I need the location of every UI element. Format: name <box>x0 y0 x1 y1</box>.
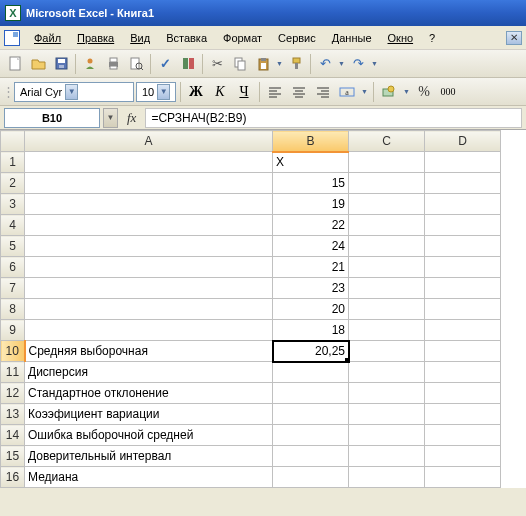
cell[interactable] <box>349 152 425 173</box>
row-header[interactable]: 14 <box>1 425 25 446</box>
cell[interactable]: Средняя выборочная <box>25 341 273 362</box>
underline-button[interactable]: Ч <box>233 81 255 103</box>
cell[interactable] <box>425 383 501 404</box>
percent-icon[interactable]: % <box>413 81 435 103</box>
row-header[interactable]: 4 <box>1 215 25 236</box>
cell[interactable]: Коээфициент вариации <box>25 404 273 425</box>
cell[interactable] <box>425 173 501 194</box>
currency-icon[interactable] <box>378 81 400 103</box>
row-header[interactable]: 9 <box>1 320 25 341</box>
cell[interactable] <box>425 467 501 488</box>
menu-window[interactable]: Окно <box>380 29 422 47</box>
font-name-combo[interactable]: Arial Cyr ▼ <box>14 82 134 102</box>
cell[interactable]: 18 <box>273 320 349 341</box>
open-icon[interactable] <box>27 53 49 75</box>
cell[interactable] <box>349 299 425 320</box>
cell[interactable] <box>25 194 273 215</box>
paste-dropdown[interactable]: ▼ <box>275 53 284 75</box>
cell[interactable]: Ошибка выборочной средней <box>25 425 273 446</box>
cell[interactable] <box>349 383 425 404</box>
cell[interactable] <box>425 152 501 173</box>
cell[interactable] <box>425 278 501 299</box>
cut-icon[interactable]: ✂ <box>206 53 228 75</box>
cell[interactable] <box>425 236 501 257</box>
cell[interactable] <box>349 194 425 215</box>
row-header[interactable]: 6 <box>1 257 25 278</box>
cell[interactable] <box>349 362 425 383</box>
menu-format[interactable]: Формат <box>215 29 270 47</box>
print-preview-icon[interactable] <box>125 53 147 75</box>
cell[interactable] <box>425 446 501 467</box>
cell[interactable] <box>425 341 501 362</box>
cell[interactable] <box>25 299 273 320</box>
cell[interactable] <box>349 467 425 488</box>
row-header[interactable]: 15 <box>1 446 25 467</box>
cell[interactable] <box>273 425 349 446</box>
format-painter-icon[interactable] <box>285 53 307 75</box>
save-icon[interactable] <box>50 53 72 75</box>
cell[interactable]: 24 <box>273 236 349 257</box>
cell[interactable]: 22 <box>273 215 349 236</box>
cell[interactable]: Доверительный интервал <box>25 446 273 467</box>
cell[interactable] <box>349 215 425 236</box>
cell[interactable] <box>349 173 425 194</box>
name-box-dropdown[interactable]: ▼ <box>103 108 118 128</box>
select-all-corner[interactable] <box>1 131 25 152</box>
formula-input[interactable]: =СРЗНАЧ(B2:B9) <box>145 108 522 128</box>
merge-dropdown[interactable]: ▼ <box>360 81 369 103</box>
copy-icon[interactable] <box>229 53 251 75</box>
row-header[interactable]: 11 <box>1 362 25 383</box>
cell[interactable] <box>349 320 425 341</box>
row-header[interactable]: 12 <box>1 383 25 404</box>
merge-center-icon[interactable]: a <box>336 81 358 103</box>
cell[interactable]: Дисперсия <box>25 362 273 383</box>
cell[interactable] <box>25 257 273 278</box>
cell[interactable] <box>349 425 425 446</box>
cell[interactable]: Стандартное отклонение <box>25 383 273 404</box>
name-box[interactable]: B10 <box>4 108 100 128</box>
comma-style-icon[interactable]: 000 <box>437 81 459 103</box>
menu-insert[interactable]: Вставка <box>158 29 215 47</box>
cell[interactable]: 20 <box>273 299 349 320</box>
fx-icon[interactable]: fx <box>121 110 142 126</box>
row-header[interactable]: 1 <box>1 152 25 173</box>
cell[interactable] <box>273 404 349 425</box>
cell[interactable] <box>349 236 425 257</box>
print-icon[interactable] <box>102 53 124 75</box>
cell[interactable] <box>349 257 425 278</box>
row-header[interactable]: 3 <box>1 194 25 215</box>
cell[interactable] <box>349 278 425 299</box>
column-header-C[interactable]: C <box>349 131 425 152</box>
spelling-icon[interactable]: ✓ <box>154 53 176 75</box>
cell[interactable] <box>25 152 273 173</box>
cell[interactable] <box>425 425 501 446</box>
menu-data[interactable]: Данные <box>324 29 380 47</box>
cell[interactable] <box>25 278 273 299</box>
cell[interactable] <box>425 194 501 215</box>
align-center-icon[interactable] <box>288 81 310 103</box>
chevron-down-icon[interactable]: ▼ <box>65 84 78 100</box>
cell[interactable]: 23 <box>273 278 349 299</box>
cell[interactable]: 20,25 <box>273 341 349 362</box>
cell[interactable] <box>425 257 501 278</box>
menu-help[interactable]: ? <box>421 29 443 47</box>
cell[interactable]: Медиана <box>25 467 273 488</box>
new-icon[interactable] <box>4 53 26 75</box>
row-header[interactable]: 16 <box>1 467 25 488</box>
cell[interactable] <box>349 404 425 425</box>
currency-dropdown[interactable]: ▼ <box>402 81 411 103</box>
cell[interactable] <box>25 215 273 236</box>
research-icon[interactable] <box>177 53 199 75</box>
column-header-A[interactable]: A <box>25 131 273 152</box>
permissions-icon[interactable] <box>79 53 101 75</box>
menu-tools[interactable]: Сервис <box>270 29 324 47</box>
redo-dropdown[interactable]: ▼ <box>370 53 379 75</box>
row-header[interactable]: 2 <box>1 173 25 194</box>
cell[interactable]: X <box>273 152 349 173</box>
close-workbook-button[interactable]: ✕ <box>506 31 522 45</box>
cell[interactable]: 21 <box>273 257 349 278</box>
redo-icon[interactable]: ↷ <box>347 53 369 75</box>
row-header[interactable]: 13 <box>1 404 25 425</box>
row-header[interactable]: 7 <box>1 278 25 299</box>
handle-icon[interactable]: ⋮ <box>4 81 12 103</box>
